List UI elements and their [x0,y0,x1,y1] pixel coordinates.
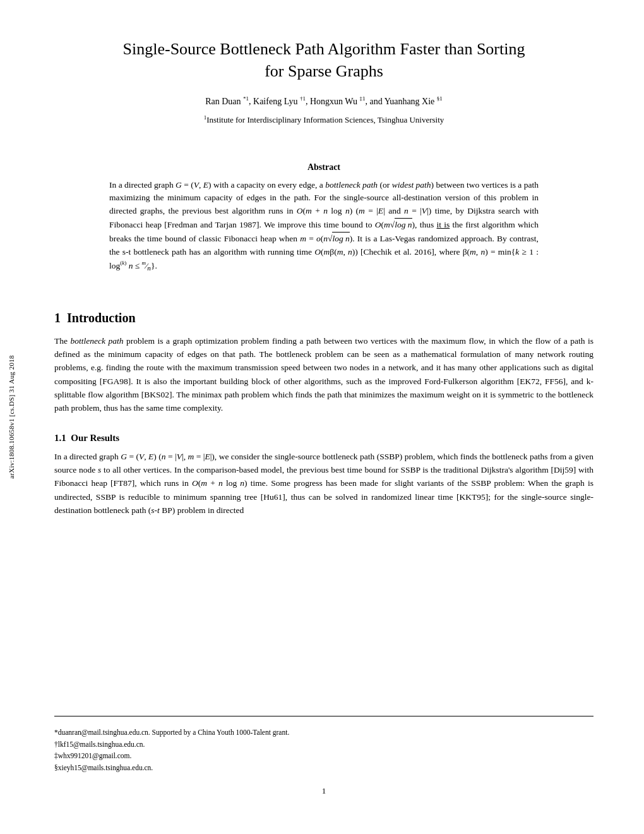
section1-paragraph1: The bottleneck path problem is a graph o… [54,334,593,415]
side-label-container: arXiv:1808.10658v1 [cs.DS] 31 Aug 2018 [0,0,23,834]
affiliation: 1Institute for Interdisciplinary Informa… [54,114,593,125]
section-introduction: 1 Introduction The bottleneck path probl… [54,311,593,525]
title-line1: Single-Source Bottleneck Path Algorithm … [123,40,525,58]
title-line2: for Sparse Graphs [265,62,383,80]
footnote-dagger: †lkf15@mails.tsinghua.edu.cn. [54,739,593,750]
abstract-title: Abstract [109,162,539,172]
main-content: Single-Source Bottleneck Path Algorithm … [23,0,644,834]
abstract-text: In a directed graph G = (V, E) with a ca… [109,179,539,274]
subsection1-paragraph1: In a directed graph G = (V, E) (n = |V|,… [54,450,593,517]
paper-title: Single-Source Bottleneck Path Algorithm … [54,38,593,82]
footnote-star: *duanran@mail.tsinghua.edu.cn. Supported… [54,727,593,738]
footnotes: *duanran@mail.tsinghua.edu.cn. Supported… [54,716,593,773]
subsection-our-results: 1.1 Our Results In a directed graph G = … [54,433,593,517]
section1-title: 1 Introduction [54,311,593,325]
footnote-section: §xieyh15@mails.tsinghua.edu.cn. [54,762,593,773]
arxiv-label: arXiv:1808.10658v1 [cs.DS] 31 Aug 2018 [8,355,15,478]
page-number: 1 [54,786,593,796]
abstract-section: Abstract In a directed graph G = (V, E) … [109,162,539,274]
authors: Ran Duan *1, Kaifeng Lyu †1, Hongxun Wu … [54,95,593,108]
subsection1-title: 1.1 Our Results [54,433,593,444]
title-section: Single-Source Bottleneck Path Algorithm … [54,38,593,126]
footnote-ddagger: ‡whx991201@gmail.com. [54,750,593,761]
